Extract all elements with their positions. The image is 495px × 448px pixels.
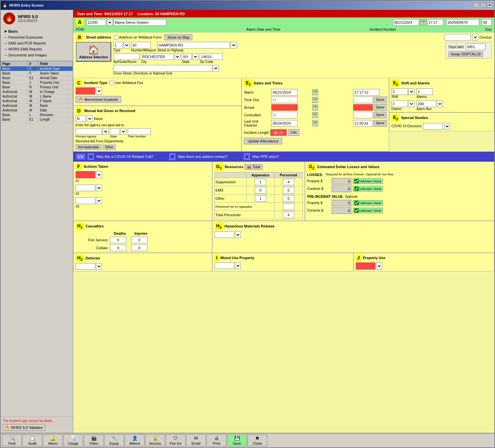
census-select[interactable] [472, 34, 478, 41]
primary-agency-select[interactable] [103, 128, 109, 135]
alarms-input[interactable] [416, 88, 433, 95]
alarm-time-e1[interactable] [353, 89, 380, 96]
fdid-input[interactable] [86, 19, 106, 26]
equip-button[interactable]: 🔧 Equip [104, 434, 124, 446]
state-input[interactable] [182, 53, 192, 60]
alarm-date-e1[interactable] [271, 89, 298, 96]
table-row[interactable]: Authorizat M Date [1, 108, 73, 113]
contents-losses-input[interactable] [332, 186, 351, 192]
their-number-input[interactable] [128, 128, 151, 135]
fire-deaths-input[interactable] [110, 237, 126, 243]
close-toolbar-button[interactable]: ✖ Close [248, 434, 267, 446]
mutual-aid-type-select[interactable] [87, 115, 93, 122]
timeout-date[interactable] [271, 97, 298, 103]
same-button-timeout[interactable]: Same [374, 97, 387, 103]
cv-ppe-select[interactable] [244, 153, 250, 160]
calc-button[interactable]: Calc [288, 129, 299, 136]
table-row[interactable]: Basic R Primary Unit [1, 85, 73, 90]
nav-item-nfirs-ems[interactable]: ─ NFIRS EMS Reports [2, 46, 72, 52]
action1-select[interactable] [96, 171, 102, 178]
usage-button[interactable]: 📊 Usage [63, 434, 83, 446]
last-unit-time[interactable] [353, 120, 373, 127]
total-button[interactable]: 🚒 Total [245, 164, 262, 170]
civilian-deaths-input[interactable] [110, 245, 126, 251]
hazmat-select[interactable] [235, 231, 241, 238]
table-row[interactable]: Basic E1 Length [1, 117, 73, 122]
other-personnel-input[interactable] [283, 195, 294, 202]
table-row[interactable]: Basic L Remarks [1, 113, 73, 117]
table-row[interactable]: Basic J Property Use [1, 80, 73, 85]
incident-type-input[interactable] [76, 87, 95, 95]
last-unit-cal-icon[interactable]: 📅 [312, 120, 318, 126]
unknown-none-contents[interactable]: Unknown / None [353, 186, 383, 192]
arrival-cal-icon[interactable]: 📅 [312, 105, 318, 110]
show-map-button[interactable]: Show on Map [164, 34, 192, 40]
audit-button[interactable]: 📋 Audit [22, 434, 42, 446]
maximize-button[interactable]: □ [480, 3, 486, 8]
covid-discovery-select[interactable] [444, 123, 450, 130]
apt-input[interactable] [113, 53, 140, 60]
unknown-checkbox-property[interactable] [354, 179, 359, 183]
table-row[interactable]: Authorizat M L Name [1, 94, 73, 99]
wildland-checkbox[interactable] [114, 35, 118, 40]
calendar-icon[interactable]: 📅 [420, 19, 426, 25]
city-select[interactable] [175, 53, 181, 60]
same-button-last-unit[interactable]: Same [374, 120, 387, 127]
action1-input[interactable] [76, 171, 95, 178]
unknown-checkbox-pre-contents[interactable] [354, 208, 359, 213]
mutual-aid-type-input[interactable] [76, 115, 85, 122]
type-select[interactable] [124, 42, 130, 48]
personnel-not-input[interactable] [283, 203, 294, 210]
incident-type-select[interactable] [96, 87, 102, 95]
district-select[interactable] [409, 101, 414, 107]
cv-patient-select[interactable] [169, 153, 175, 160]
mixed-use-select[interactable] [235, 262, 241, 269]
exp-input[interactable] [482, 19, 492, 26]
total-personnel-input[interactable] [283, 212, 294, 218]
agency-name-input[interactable] [114, 19, 166, 26]
action3-input[interactable] [76, 197, 95, 204]
fdid-select[interactable] [107, 19, 113, 26]
state-input-d[interactable] [110, 128, 120, 135]
table-row[interactable]: Basic F Action Taken [1, 71, 73, 76]
video-button[interactable]: 🎬 Video [84, 434, 104, 446]
city-input[interactable] [141, 53, 174, 60]
other-button[interactable]: Other [103, 145, 116, 150]
fire-inv-button[interactable]: 🛡 Fire Inv [166, 434, 185, 446]
action3-select[interactable] [96, 197, 102, 204]
suppression-apparatus-input[interactable] [255, 179, 266, 185]
same-button-arrival[interactable]: Same [374, 104, 387, 111]
shift-select[interactable] [409, 88, 414, 95]
district-input[interactable] [391, 101, 408, 107]
other-apparatus-input[interactable] [255, 195, 266, 202]
alarm-button[interactable]: 🔔 Alarm [43, 434, 63, 446]
shift-input[interactable] [391, 88, 408, 95]
suppression-personnel-input[interactable] [283, 179, 294, 185]
ems-personnel-input[interactable] [283, 187, 294, 194]
cv-covid-select[interactable] [88, 153, 94, 160]
timeout-cal-icon[interactable]: 📅 [312, 97, 318, 103]
dispcallid-input[interactable] [466, 44, 485, 50]
memorized-incidents-button[interactable]: 🔥 Memorized Incidents [76, 96, 121, 103]
unknown-none-pre-property[interactable]: Unknown / None [353, 200, 383, 206]
close-button[interactable]: ✕ [487, 3, 492, 8]
validator-button[interactable]: 🔥 NFIRS 5.0 Validator [3, 424, 45, 431]
pre-contents-input[interactable] [332, 207, 351, 214]
arrival-date-input[interactable] [271, 104, 298, 111]
access-button[interactable]: 🔒 Access [145, 434, 165, 446]
property-use-select[interactable] [376, 262, 382, 270]
nav-item-ems[interactable]: ─ EMS and PCR Reports [2, 40, 72, 46]
wildland-fire-checkbox[interactable] [109, 81, 114, 85]
same-button-controlled[interactable]: Same [374, 112, 387, 118]
unknown-checkbox-pre-property[interactable] [354, 201, 359, 205]
detector-select[interactable] [96, 263, 102, 270]
detector-input[interactable] [76, 263, 95, 270]
zip-input[interactable] [200, 53, 223, 60]
email-button[interactable]: ✉ Email [186, 434, 206, 446]
mixed-use-input[interactable] [214, 262, 234, 269]
ems-apparatus-input[interactable] [255, 187, 266, 194]
cross-street-input[interactable] [113, 65, 212, 72]
unknown-none-pre-contents[interactable]: Unknown / None [353, 208, 383, 213]
controlled-time[interactable] [353, 112, 373, 118]
assign-dispcallid-button[interactable]: Assign DISPCALLID [448, 51, 483, 57]
